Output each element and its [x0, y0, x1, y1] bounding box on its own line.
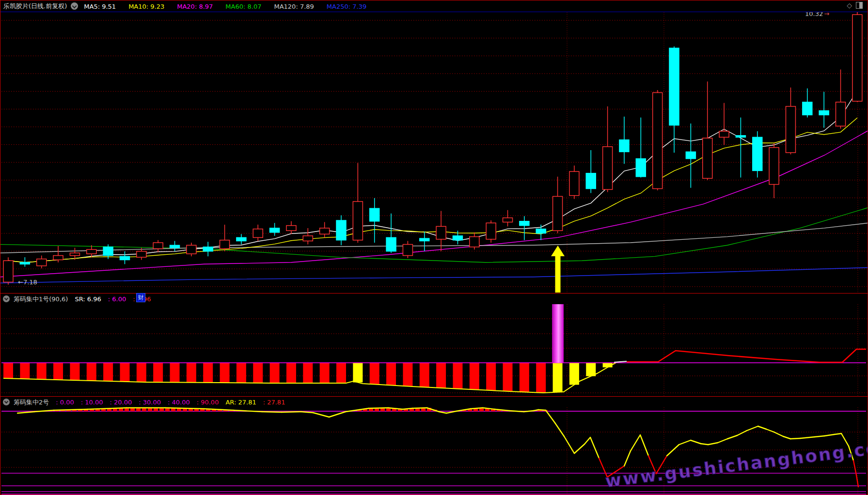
stock-title: 乐凯胶片(日线.前复权): [3, 2, 67, 11]
grid-layer: [1, 13, 867, 494]
ma-legend-item: MA250: 7.39: [327, 3, 366, 10]
indicator2-token: : 40.00: [168, 399, 190, 406]
ma-legend-item: MA10: 9.23: [128, 3, 164, 10]
up-arrow-annotation: [551, 246, 565, 293]
collapse-icon[interactable]: [3, 295, 10, 302]
indicator2-token: AR: 27.81: [225, 399, 256, 406]
tdx-window: www.gushichanghong.com 乐凯胶片(日线.前复权) MA5:…: [0, 0, 868, 495]
split-window-icon[interactable]: [856, 2, 863, 9]
indicator2-values: 筹码集中2号: 0.00: 10.00: 20.00: 30.00: 40.00…: [14, 397, 292, 407]
ma-legend-item: MA5: 9.51: [84, 3, 116, 10]
indicator2-header: 筹码集中2号: 0.00: 10.00: 20.00: 30.00: 40.00…: [0, 396, 868, 407]
chart-canvas[interactable]: [0, 0, 868, 495]
indicator1-token: SR: 6.96: [75, 295, 101, 303]
ma-legend-item: MA60: 8.07: [225, 3, 261, 10]
diamond-icon[interactable]: ◇: [847, 2, 852, 9]
ma-lines-layer: [0, 91, 868, 283]
ma-legend-item: MA120: 7.89: [274, 3, 314, 10]
collapse-icon[interactable]: [3, 399, 10, 405]
indicator2-token: : 0.00: [56, 399, 74, 406]
ma-legend-item: MA20: 8.97: [177, 3, 213, 10]
indicator2-token: : 27.81: [263, 399, 285, 406]
indicator2-token: : 30.00: [139, 399, 161, 406]
indicator2-token: : 20.00: [110, 399, 132, 406]
indicator2-token: : 10.00: [81, 399, 103, 406]
indicator1-token: : 6.00: [108, 295, 126, 303]
window-icons: ◇: [847, 2, 863, 9]
title-bar: 乐凯胶片(日线.前复权) MA5: 9.51MA10: 9.23MA20: 8.…: [0, 0, 868, 12]
indicator1-token: 筹码集中1号(90,6): [14, 295, 68, 303]
indicator2-token: : 90.00: [197, 399, 219, 406]
indicator1-header: 筹码集中1号(90,6)SR: 6.96: 6.00: 6.96: [0, 293, 868, 304]
indicator2-token: 筹码集中2号: [14, 399, 49, 406]
chevron-down-icon[interactable]: [71, 2, 78, 10]
event-badge[interactable]: 财: [136, 293, 145, 302]
indicator2-layer[interactable]: [1, 408, 866, 494]
low-price-label: ←7.18: [18, 278, 37, 286]
ma-legend: MA5: 9.51MA10: 9.23MA20: 8.97MA60: 8.07M…: [84, 1, 379, 11]
